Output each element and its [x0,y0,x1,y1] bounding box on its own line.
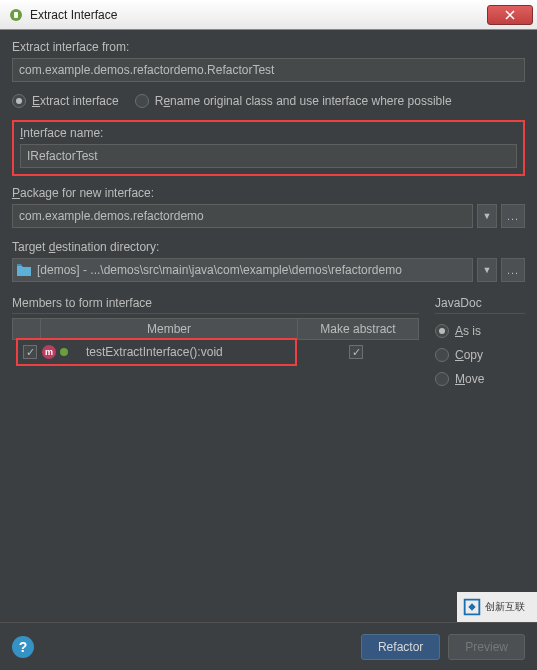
table-row[interactable]: m testExtractInterface():void [12,340,419,364]
javadoc-asis-label: As is [455,324,481,338]
help-button[interactable]: ? [12,636,34,658]
package-input[interactable] [12,204,473,228]
package-label: Package for new interface: [12,186,525,200]
public-modifier-icon [59,347,69,357]
method-icon: m [42,345,56,359]
members-table: Members to form interface Member Make ab… [12,296,419,396]
target-dir-section: Target destination directory: [demos] - … [12,240,525,282]
rename-original-label: Rename original class and use interface … [155,94,452,108]
member-name: testExtractInterface():void [82,345,295,359]
app-icon [8,7,24,23]
package-dropdown-button[interactable]: ▼ [477,204,497,228]
extract-interface-label: Extract interface [32,94,119,108]
javadoc-asis-radio[interactable]: As is [435,324,525,338]
target-dir-dropdown-button[interactable]: ▼ [477,258,497,282]
row-abstract-cell [297,345,415,359]
target-dir-browse-button[interactable]: ... [501,258,525,282]
watermark: 创新互联 [457,592,537,622]
abstract-checkbox[interactable] [349,345,363,359]
refactor-button[interactable]: Refactor [361,634,440,660]
target-dir-field[interactable]: [demos] - ...\demos\src\main\java\com\ex… [12,258,473,282]
svg-point-2 [60,348,68,356]
dialog-content: Extract interface from: com.example.demo… [0,30,537,406]
column-member[interactable]: Member [41,319,298,339]
javadoc-copy-radio[interactable]: Copy [435,348,525,362]
radio-checked-icon [435,324,449,338]
target-dir-label: Target destination directory: [12,240,525,254]
column-abstract[interactable]: Make abstract [298,319,418,339]
javadoc-copy-label: Copy [455,348,483,362]
window-title: Extract Interface [30,8,487,22]
radio-checked-icon [12,94,26,108]
interface-name-label: Interface name: [20,126,517,140]
folder-icon [17,264,31,276]
dialog-footer: ? Refactor Preview [0,622,537,670]
watermark-text: 创新互联 [485,600,525,614]
svg-rect-1 [14,12,18,18]
target-dir-text: [demos] - ...\demos\src\main\java\com\ex… [37,263,468,277]
extract-from-label: Extract interface from: [12,40,525,54]
table-header: Member Make abstract [12,318,419,340]
row-checkbox-cell [18,345,42,359]
extract-interface-radio[interactable]: Extract interface [12,94,119,108]
row-checkbox[interactable] [23,345,37,359]
javadoc-move-radio[interactable]: Move [435,372,525,386]
extract-from-field: com.example.demos.refactordemo.RefactorT… [12,58,525,82]
radio-unchecked-icon [435,348,449,362]
extract-from-section: Extract interface from: com.example.demo… [12,40,525,82]
titlebar: Extract Interface [0,0,537,30]
column-checkbox [13,319,41,339]
interface-name-input[interactable] [20,144,517,168]
rename-original-radio[interactable]: Rename original class and use interface … [135,94,452,108]
javadoc-panel: JavaDoc As is Copy Move [435,296,525,396]
radio-unchecked-icon [435,372,449,386]
package-section: Package for new interface: ▼ ... [12,186,525,228]
package-browse-button[interactable]: ... [501,204,525,228]
javadoc-title: JavaDoc [435,296,525,314]
interface-name-highlight: Interface name: [12,120,525,176]
close-button[interactable] [487,5,533,25]
member-row-highlight: m testExtractInterface():void [16,338,297,366]
javadoc-move-label: Move [455,372,484,386]
members-area: Members to form interface Member Make ab… [12,296,525,396]
preview-button[interactable]: Preview [448,634,525,660]
row-icons: m [42,345,82,359]
members-label: Members to form interface [12,296,419,314]
radio-unchecked-icon [135,94,149,108]
mode-radio-group: Extract interface Rename original class … [12,94,525,108]
